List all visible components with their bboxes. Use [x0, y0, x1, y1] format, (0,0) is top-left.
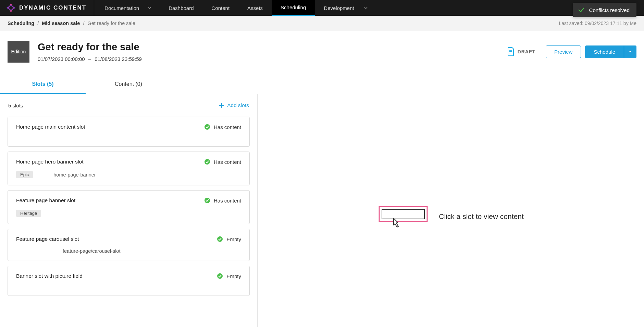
date-separator: –: [88, 56, 91, 62]
svg-point-3: [217, 236, 223, 242]
slot-tag: Epic: [16, 171, 33, 178]
toast-conflicts-resolved: Conflicts resolved: [573, 3, 636, 17]
draft-icon: [507, 47, 515, 56]
edition-badge: Edition: [8, 41, 29, 63]
brand[interactable]: DYNAMIC CONTENT: [0, 0, 94, 16]
nav-scheduling[interactable]: Scheduling: [272, 0, 315, 16]
edition-titles: Get ready for the sale 01/07/2023 00:00:…: [38, 41, 142, 62]
slot-card[interactable]: Feature page carousel slot Empty feature…: [8, 229, 250, 261]
tabs-row: Slots (5) Content (0): [0, 76, 644, 94]
content-pane: Click a slot to view content: [258, 94, 644, 327]
nav-content-label: Content: [212, 5, 230, 11]
slot-status-label: Has content: [214, 159, 241, 165]
chevron-down-icon: [147, 6, 151, 10]
slot-card[interactable]: Feature page banner slot Has content Her…: [8, 190, 250, 224]
slot-status-label: Empty: [226, 273, 241, 279]
nav-content[interactable]: Content: [203, 0, 239, 16]
plus-icon: [219, 103, 224, 108]
add-slots-label: Add slots: [227, 102, 249, 108]
svg-point-4: [217, 273, 223, 279]
slots-pane: 5 slots Add slots Home page main content…: [0, 94, 258, 327]
breadcrumb-bar: Scheduling / Mid season sale / Get ready…: [0, 16, 644, 31]
tab-content[interactable]: Content (0): [86, 76, 171, 94]
slot-path: home-page-banner: [53, 172, 96, 178]
svg-point-1: [205, 159, 210, 165]
slot-status-label: Empty: [226, 236, 241, 242]
nav-dashboard-label: Dashboard: [169, 5, 194, 11]
slot-name: Banner slot with picture field: [16, 273, 217, 279]
crumb-scheduling[interactable]: Scheduling: [8, 21, 34, 26]
status-ok-icon: [217, 273, 223, 279]
slot-tag: Heritage: [16, 210, 41, 217]
slot-status: Has content: [204, 159, 241, 165]
slot-name: Feature page carousel slot: [16, 236, 217, 242]
schedule-dropdown[interactable]: [624, 45, 636, 58]
crumb-mid-season[interactable]: Mid season sale: [42, 21, 80, 26]
svg-rect-6: [382, 209, 424, 219]
top-nav: DYNAMIC CONTENT Documentation Dashboard …: [0, 0, 644, 16]
edition-end: 01/08/2023 23:59:59: [95, 56, 142, 62]
slot-status: Has content: [204, 197, 241, 204]
slot-status: Empty: [217, 236, 241, 242]
check-icon: [578, 6, 585, 14]
schedule-button-group: Schedule: [585, 45, 636, 58]
schedule-button[interactable]: Schedule: [585, 45, 624, 58]
edition-header: Edition Get ready for the sale 01/07/202…: [0, 31, 644, 63]
slot-name: Home page main content slot: [16, 124, 204, 130]
toast-message: Conflicts resolved: [589, 7, 630, 13]
nav-assets-label: Assets: [247, 5, 263, 11]
caret-down-icon: [628, 50, 632, 54]
slot-name: Feature page banner slot: [16, 197, 204, 204]
page-title: Get ready for the sale: [38, 41, 142, 53]
status-ok-icon: [204, 159, 210, 165]
crumb-sep: /: [83, 21, 84, 26]
nav-scheduling-label: Scheduling: [281, 4, 306, 10]
nav-development[interactable]: Development: [315, 0, 376, 16]
status-ok-icon: [204, 124, 210, 130]
brand-logo-icon: [6, 3, 16, 13]
slot-status-label: Has content: [214, 198, 241, 204]
crumb-current: Get ready for the sale: [87, 21, 135, 26]
brand-name: DYNAMIC CONTENT: [19, 4, 86, 11]
edition-dates: 01/07/2023 00:00:00 – 01/08/2023 23:59:5…: [38, 56, 142, 62]
slot-card[interactable]: Home page main content slot Has content: [8, 117, 250, 147]
slots-header: 5 slots Add slots: [8, 94, 250, 117]
slot-card[interactable]: Banner slot with picture field Empty: [8, 266, 250, 296]
status-badge: DRAFT: [507, 47, 535, 56]
nav-dashboard[interactable]: Dashboard: [160, 0, 202, 16]
edition-start: 01/07/2023 00:00:00: [38, 56, 85, 62]
chevron-down-icon: [364, 6, 368, 10]
preview-button[interactable]: Preview: [546, 45, 581, 58]
nav-documentation[interactable]: Documentation: [94, 0, 160, 16]
empty-state: Click a slot to view content: [378, 205, 523, 228]
status-label: DRAFT: [518, 49, 535, 54]
status-ok-icon: [204, 197, 210, 204]
svg-point-0: [205, 124, 210, 130]
slot-status-label: Has content: [214, 124, 241, 130]
svg-point-2: [205, 198, 210, 203]
nav-assets[interactable]: Assets: [238, 0, 272, 16]
last-saved: Last saved: 09/02/2023 17:11 by Me: [559, 21, 637, 26]
empty-message: Click a slot to view content: [439, 212, 523, 221]
slot-status: Has content: [204, 124, 241, 130]
nav-documentation-label: Documentation: [104, 5, 139, 11]
nav-development-label: Development: [324, 5, 354, 11]
crumb-sep: /: [37, 21, 39, 26]
slot-status: Empty: [217, 273, 241, 279]
status-ok-icon: [217, 236, 223, 242]
svg-rect-5: [379, 207, 427, 222]
slot-card[interactable]: Home page hero banner slot Has content E…: [8, 152, 250, 185]
slots-count: 5 slots: [8, 103, 23, 108]
main-body: 5 slots Add slots Home page main content…: [0, 94, 644, 327]
slot-path: feature-page/carousel-slot: [63, 248, 120, 254]
tab-slots[interactable]: Slots (5): [0, 76, 86, 94]
click-slot-illustration-icon: [378, 205, 429, 228]
add-slots-button[interactable]: Add slots: [219, 102, 249, 108]
slot-name: Home page hero banner slot: [16, 159, 204, 165]
